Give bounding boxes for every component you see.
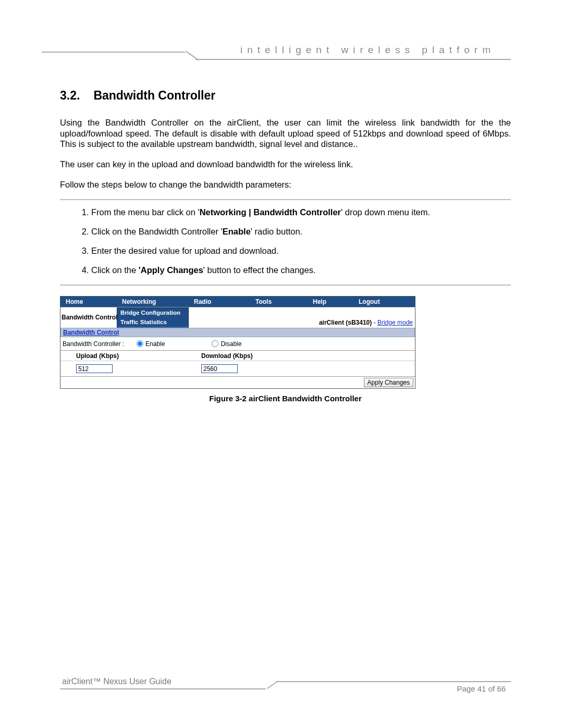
device-label: airClient (sB3410) - Bridge mode <box>319 319 413 326</box>
columns-header: Upload (Kbps) Download (Kbps) <box>60 351 415 361</box>
menu-tools[interactable]: Tools <box>250 297 308 307</box>
step-2: Click on the Bandwidth Controller 'Enabl… <box>91 227 511 237</box>
menu-help[interactable]: Help <box>308 297 353 307</box>
panel-title-link[interactable]: Bandwidth Control <box>61 329 119 336</box>
menu-networking[interactable]: Networking <box>117 297 189 307</box>
dropdown-traffic-statistics[interactable]: Traffic Statistics <box>117 317 188 327</box>
step-3: Enter the desired value for upload and d… <box>91 246 511 256</box>
section-title-text: Bandwidth Controller <box>93 89 215 102</box>
separator-bottom <box>60 285 511 286</box>
menu-bar: Home Networking Radio Tools Help Logout <box>60 297 415 307</box>
apply-changes-button[interactable]: Apply Changes <box>364 378 413 387</box>
enable-radio-label: Enable <box>145 340 165 348</box>
footer-rule-right <box>276 681 511 682</box>
device-sep: - <box>372 319 377 326</box>
footer-guide-title: airClient™ Nexus User Guide <box>62 677 172 686</box>
steps-list: From the menu bar click on 'Networking |… <box>60 207 511 275</box>
download-header: Download (Kbps) <box>144 352 253 360</box>
figure-caption: Figure 3-2 airClient Bandwidth Controlle… <box>60 394 511 403</box>
footer-page-number: Page 41 of 66 <box>457 684 506 693</box>
section-heading: 3.2. Bandwidth Controller <box>60 89 511 103</box>
enable-radio[interactable] <box>137 340 143 347</box>
header-rule-right <box>195 59 511 60</box>
page-header: intelligent wireless platform <box>60 44 511 60</box>
embedded-screenshot: Home Networking Radio Tools Help Logout … <box>60 296 415 389</box>
header-tagline: intelligent wireless platform <box>240 44 495 56</box>
breadcrumb-text: Bandwidth Controll <box>62 314 119 321</box>
separator-top <box>60 199 511 200</box>
download-input[interactable] <box>201 364 238 373</box>
panel-title-row: Bandwidth Control <box>60 328 415 337</box>
option-label: Bandwidth Controller : <box>63 340 137 348</box>
disable-radio-option[interactable]: Disable <box>212 340 241 348</box>
disable-radio-label: Disable <box>221 340 241 348</box>
device-name: airClient (sB3410) <box>319 319 372 326</box>
upload-header: Upload (Kbps) <box>60 352 144 360</box>
section-number: 3.2. <box>60 89 90 103</box>
breadcrumb-row: Bandwidth Controll Bridge Configuration … <box>60 307 415 328</box>
apply-row: Apply Changes <box>60 377 415 388</box>
dropdown-bridge-configuration[interactable]: Bridge Configuration <box>117 308 188 317</box>
columns-values <box>60 361 415 377</box>
page-footer: airClient™ Nexus User Guide Page 41 of 6… <box>60 677 511 698</box>
paragraph-2: The user can key in the upload and downl… <box>60 159 511 170</box>
upload-input[interactable] <box>76 364 113 373</box>
menu-home[interactable]: Home <box>60 297 117 307</box>
menu-radio[interactable]: Radio <box>189 297 250 307</box>
disable-radio[interactable] <box>212 340 218 347</box>
paragraph-3: Follow the steps below to change the ban… <box>60 179 511 190</box>
footer-rule-left <box>60 688 266 689</box>
section-content: 3.2. Bandwidth Controller Using the Band… <box>60 89 511 403</box>
device-mode-link[interactable]: Bridge mode <box>377 319 413 326</box>
header-rule-left <box>42 52 185 53</box>
enable-option-row: Bandwidth Controller : Enable Disable <box>60 337 415 351</box>
step-1: From the menu bar click on 'Networking |… <box>91 207 511 217</box>
paragraph-1: Using the Bandwidth Controller on the ai… <box>60 117 511 150</box>
step-4: Click on the 'Apply Changes' button to e… <box>91 265 511 275</box>
menu-logout[interactable]: Logout <box>353 297 415 307</box>
enable-radio-option[interactable]: Enable <box>137 340 165 348</box>
